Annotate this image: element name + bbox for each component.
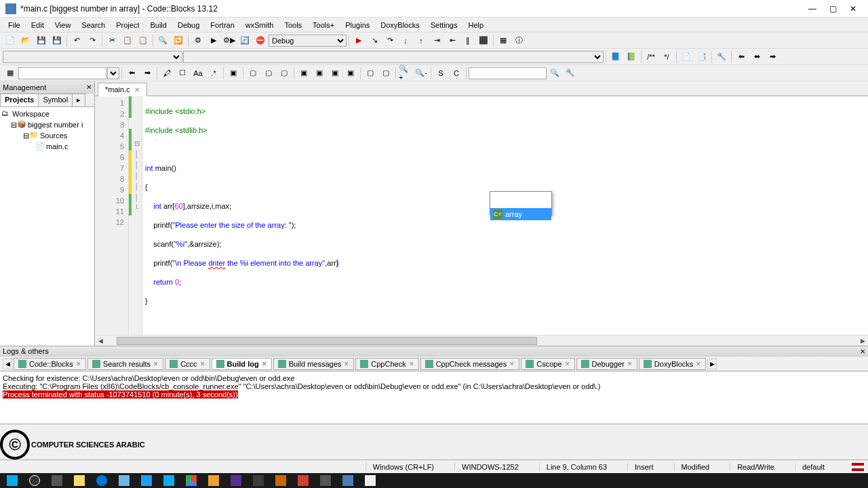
debug-continue-icon[interactable]: ▶: [351, 34, 366, 47]
find-icon[interactable]: 🔍: [155, 34, 170, 47]
tab-symbols[interactable]: Symbol: [38, 94, 73, 106]
run-icon[interactable]: ▶: [206, 34, 221, 47]
editor-tab-mainc[interactable]: *main.c ✕: [98, 83, 147, 96]
doxy2-icon[interactable]: 📗: [624, 50, 639, 64]
logs-tab-cccc[interactable]: Cccc✕: [165, 358, 210, 370]
scope-select[interactable]: [3, 51, 182, 63]
menu-wxsmith[interactable]: wxSmith: [240, 20, 279, 30]
tree-sources[interactable]: ⊟📁Sources: [1, 130, 93, 141]
logs-tab-debugger[interactable]: Debugger✕: [576, 358, 637, 370]
save-all-icon[interactable]: 💾: [50, 34, 64, 47]
highlight-icon[interactable]: 🖍: [159, 66, 174, 80]
code-content[interactable]: #include <stdio.h> #include <stdlib.h> i…: [142, 96, 868, 335]
menu-fortran[interactable]: Fortran: [205, 20, 239, 30]
start-button[interactable]: [1, 474, 23, 487]
bm6-icon[interactable]: ▣: [312, 66, 327, 80]
logs-tab-cppcheckmsg[interactable]: CppCheck messages✕: [420, 358, 520, 370]
app-icon-5[interactable]: [315, 474, 336, 487]
code-editor[interactable]: 1234 5678 9101112 ⊟│││ ││└ #include <std…: [95, 96, 868, 335]
abort-icon[interactable]: ⛔: [253, 34, 268, 47]
paste-icon[interactable]: 📋: [136, 34, 151, 47]
app-icon-6[interactable]: [359, 474, 381, 487]
logs-tab-cppcheck[interactable]: CppCheck✕: [355, 358, 418, 370]
doxy5-icon[interactable]: 🔧: [714, 50, 729, 64]
logs-tab-doxyblocks[interactable]: DoxyBlocks✕: [639, 358, 706, 370]
select-icon[interactable]: ☐: [175, 66, 190, 80]
doxy3-icon[interactable]: 📄: [679, 50, 694, 64]
horizontal-scrollbar[interactable]: ◀ ▶: [95, 335, 868, 346]
app-icon-3[interactable]: [270, 474, 292, 487]
bm5-icon[interactable]: ▣: [296, 66, 311, 80]
search-select[interactable]: [107, 67, 119, 79]
doxy-icon[interactable]: 📘: [608, 50, 623, 64]
prev-icon[interactable]: ⬅: [124, 66, 139, 80]
management-close-icon[interactable]: ✕: [86, 83, 92, 91]
explorer-icon[interactable]: [68, 474, 90, 487]
jump-icon[interactable]: ⬌: [749, 50, 764, 64]
copy-icon[interactable]: 📋: [120, 34, 135, 47]
build-log-content[interactable]: Checking for existence: C:\Users\achra\D…: [0, 371, 868, 424]
logs-tab-buildmsg[interactable]: Build messages✕: [273, 358, 355, 370]
debug-windows-icon[interactable]: ▦: [496, 34, 511, 47]
run-to-cursor-icon[interactable]: ↘: [367, 34, 382, 47]
edge-icon[interactable]: [91, 474, 113, 487]
autocomplete-item[interactable]: C+ array: [490, 208, 551, 220]
minimize-button[interactable]: —: [803, 3, 822, 15]
tab-projects[interactable]: Projects: [0, 94, 39, 106]
break-icon[interactable]: ‖: [460, 34, 475, 47]
back-icon[interactable]: ⬅: [734, 50, 749, 64]
taskview-icon[interactable]: [46, 474, 68, 487]
tool-icon[interactable]: ▦: [3, 66, 18, 80]
menu-edit[interactable]: Edit: [26, 20, 50, 30]
menu-project[interactable]: Project: [111, 20, 144, 30]
diff-icon[interactable]: ▢: [378, 66, 393, 80]
menu-toolsplus[interactable]: Tools+: [307, 20, 340, 30]
menu-search[interactable]: Search: [76, 20, 111, 30]
next-line-icon[interactable]: ↷: [382, 34, 397, 47]
tree-file-mainc[interactable]: 📄main.c: [1, 141, 93, 152]
fold-column[interactable]: ⊟│││ ││└: [132, 96, 142, 335]
tree-workspace[interactable]: 🗂Workspace: [1, 108, 93, 119]
vs-icon[interactable]: [225, 474, 247, 487]
logs-tabs-right-icon[interactable]: ▶: [707, 359, 717, 369]
bm8-icon[interactable]: ▣: [343, 66, 358, 80]
text-input[interactable]: [469, 67, 547, 79]
tab-close-icon[interactable]: ✕: [134, 86, 140, 94]
menu-help[interactable]: Help: [462, 20, 489, 30]
menu-view[interactable]: View: [50, 20, 77, 30]
open-icon[interactable]: 📂: [18, 34, 33, 47]
step-instr-icon[interactable]: ⇤: [445, 34, 460, 47]
cut-icon[interactable]: ✂: [104, 34, 119, 47]
stop-debug-icon[interactable]: ⬛: [476, 34, 491, 47]
comment2-icon[interactable]: */: [659, 50, 674, 64]
next-icon[interactable]: ➡: [140, 66, 155, 80]
autocomplete-popup[interactable]: C+ array: [490, 191, 552, 216]
bm1-icon[interactable]: ▣: [226, 66, 241, 80]
tree-project[interactable]: ⊟📦biggest number i: [1, 119, 93, 130]
bm4-icon[interactable]: ▢: [277, 66, 292, 80]
logs-tab-buildlog[interactable]: Build log✕: [212, 358, 272, 370]
step-into-icon[interactable]: ↓: [398, 34, 413, 47]
build-run-icon[interactable]: ⚙▶: [222, 34, 237, 47]
forward-icon[interactable]: ➡: [765, 50, 780, 64]
menu-debug[interactable]: Debug: [172, 20, 205, 30]
s-icon[interactable]: S: [433, 66, 448, 80]
menu-tools[interactable]: Tools: [279, 20, 307, 30]
tab-more[interactable]: ▸: [72, 94, 85, 106]
app-icon-4[interactable]: [292, 474, 314, 487]
c-icon[interactable]: C: [449, 66, 464, 80]
new-file-icon[interactable]: 📄: [3, 34, 18, 47]
zoom-out-icon[interactable]: 🔍-: [414, 66, 429, 80]
bm7-icon[interactable]: ▣: [328, 66, 342, 80]
bm2-icon[interactable]: ▢: [245, 66, 260, 80]
search-input[interactable]: [18, 67, 106, 79]
build-icon[interactable]: ⚙: [191, 34, 205, 47]
menu-plugins[interactable]: Plugins: [340, 20, 375, 30]
regex-icon[interactable]: .*: [206, 66, 221, 80]
go-icon[interactable]: 🔍: [547, 66, 562, 80]
build-target-select[interactable]: Debug: [269, 35, 347, 47]
logs-tab-cscope[interactable]: Cscope✕: [521, 358, 574, 370]
logs-tabs-left-icon[interactable]: ◀: [3, 359, 12, 369]
step-out-icon[interactable]: ↑: [414, 34, 429, 47]
zoom-in-icon[interactable]: 🔍+: [398, 66, 413, 80]
